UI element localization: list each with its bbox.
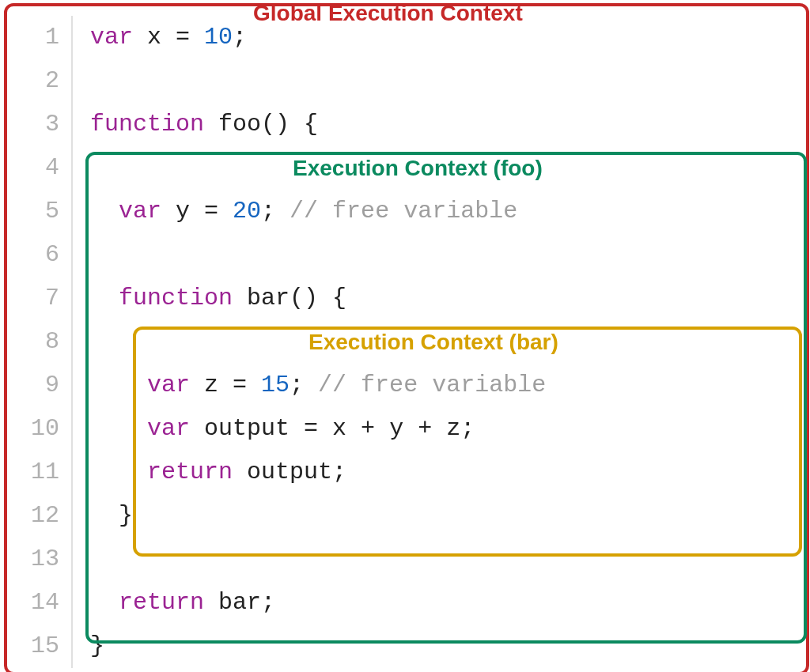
line-number-gutter: 123456789101112131415 [12, 16, 71, 668]
line-number: 13 [12, 538, 59, 581]
code-line: var output = x + y + z; [90, 407, 546, 451]
code-line [90, 320, 546, 364]
line-number: 8 [12, 320, 59, 364]
code-line: } [90, 625, 546, 668]
code-line [90, 59, 546, 103]
diagram-canvas: 123456789101112131415 var x = 10; functi… [0, 0, 810, 672]
code-text: var x = 10; function foo() { var y = 20;… [90, 16, 546, 668]
line-number: 14 [12, 581, 59, 625]
line-number: 15 [12, 625, 59, 668]
line-number: 1 [12, 16, 59, 59]
line-number: 6 [12, 233, 59, 277]
code-line [90, 146, 546, 190]
line-number: 7 [12, 277, 59, 320]
code-line: function foo() { [90, 103, 546, 146]
code-block: 123456789101112131415 var x = 10; functi… [12, 16, 546, 668]
line-number: 12 [12, 494, 59, 538]
line-number: 9 [12, 364, 59, 407]
code-line: } [90, 494, 546, 538]
code-line: return bar; [90, 581, 546, 625]
code-line: function bar() { [90, 277, 546, 320]
code-line [90, 538, 546, 581]
line-number: 10 [12, 407, 59, 451]
code-line: return output; [90, 451, 546, 494]
line-number: 5 [12, 190, 59, 233]
code-line [90, 233, 546, 277]
code-line: var x = 10; [90, 16, 546, 59]
line-number: 2 [12, 59, 59, 103]
line-number: 3 [12, 103, 59, 146]
line-number: 11 [12, 451, 59, 494]
line-number: 4 [12, 146, 59, 190]
code-line: var y = 20; // free variable [90, 190, 546, 233]
code-line: var z = 15; // free variable [90, 364, 546, 407]
gutter-divider [71, 16, 73, 668]
